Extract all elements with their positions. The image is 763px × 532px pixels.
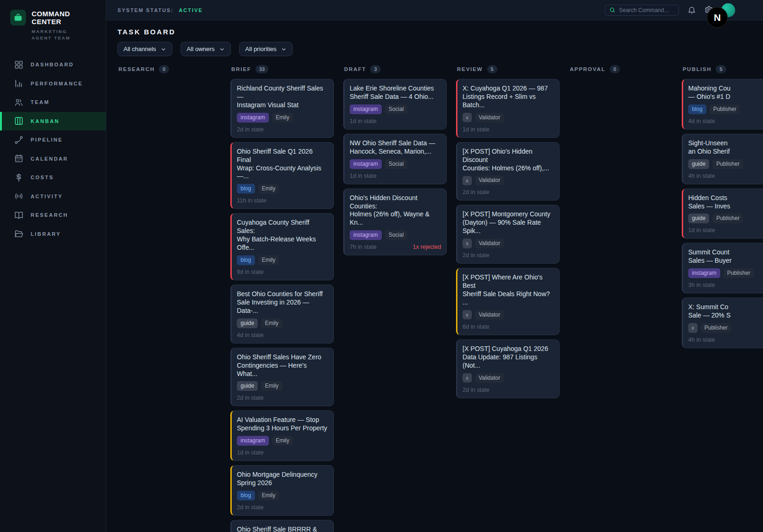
column-cards: Lake Erie Shoreline Counties Sheriff Sal… — [343, 79, 447, 255]
card-title: [X POST] Montgomery County (Dayton) — 90… — [463, 210, 554, 235]
kanban-card[interactable]: Sight-Unseen an Ohio Sherif guide Publis… — [682, 134, 763, 184]
sidebar-item-team[interactable]: TEAM — [0, 93, 106, 112]
column-cards: X: Cuyahoga Q1 2026 — 987 Listings Recor… — [456, 79, 560, 398]
channel-badge: blog — [688, 104, 706, 114]
kanban-column-approval: APPROVAL 0 — [569, 65, 672, 79]
owner-badge: Validator — [475, 373, 504, 383]
n-overlay-badge[interactable]: N — [707, 7, 728, 28]
filter-owners[interactable]: All owners — [181, 42, 231, 56]
search-box[interactable] — [605, 5, 679, 16]
card-title: NW Ohio Sheriff Sale Data — Hancock, Sen… — [350, 139, 441, 156]
time-in-state: 4h in state — [688, 173, 715, 179]
kanban-card[interactable]: [X POST] Cuyahoga Q1 2026 Data Update: 9… — [456, 339, 560, 398]
sidebar-item-dashboard[interactable]: DASHBOARD — [0, 55, 106, 74]
folder-icon — [14, 229, 24, 239]
kanban-card[interactable]: X: Cuyahoga Q1 2026 — 987 Listings Recor… — [456, 79, 560, 138]
card-title: Mahoning Cou — Ohio's #1 D — [688, 84, 763, 101]
sidebar-item-costs[interactable]: COSTS — [0, 168, 106, 187]
sidebar-item-library[interactable]: LIBRARY — [0, 225, 106, 244]
sidebar-item-pipeline[interactable]: PIPELINE — [0, 130, 106, 149]
owner-badge: Validator — [475, 175, 504, 185]
owner-badge: Publisher — [710, 104, 740, 114]
kanban-column-research: RESEARCH 0 — [117, 65, 221, 79]
filter-priorities[interactable]: All priorities — [239, 42, 293, 56]
kanban-card[interactable]: [X POST] Montgomery County (Dayton) — 90… — [456, 205, 560, 264]
channel-badge: instagram — [237, 436, 269, 446]
sidebar-item-activity[interactable]: ACTIVITY — [0, 187, 106, 206]
owner-badge: Emily — [258, 255, 279, 265]
kanban-card[interactable]: Cuyahoga County Sheriff Sales: Why Batch… — [230, 213, 334, 280]
sidebar-item-label: DASHBOARD — [31, 62, 74, 67]
sidebar-item-label: RESEARCH — [31, 212, 68, 218]
owner-badge: Validator — [475, 310, 504, 320]
channel-badge: x — [688, 323, 698, 332]
card-title: [X POST] Ohio's Hidden Discount Counties… — [463, 148, 554, 173]
kanban-card[interactable]: Ohio Sheriff Sale BRRRR & Multi- Family … — [230, 520, 334, 532]
filter-channels[interactable]: All channels — [117, 42, 172, 56]
card-title: X: Cuyahoga Q1 2026 — 987 Listings Recor… — [463, 84, 554, 110]
column-count-badge: 0 — [159, 65, 169, 73]
filter-selected-value: All priorities — [245, 45, 276, 52]
channel-badge: instagram — [688, 268, 720, 278]
card-title: Cuyahoga County Sheriff Sales: Why Batch… — [237, 219, 328, 252]
kanban-card[interactable]: X: Summit Co Sale — 20% S x Publisher 4h… — [682, 298, 763, 348]
column-count-badge: 0 — [610, 65, 620, 73]
n-overlay-letter: N — [714, 12, 721, 23]
search-input[interactable] — [619, 7, 674, 13]
kanban-card[interactable]: NW Ohio Sheriff Sale Data — Hancock, Sen… — [343, 134, 447, 184]
column-title: DRAFT — [344, 66, 366, 72]
owner-badge: Emily — [258, 491, 279, 500]
owner-badge: Emily — [261, 318, 282, 328]
time-in-state: 9d in state — [237, 269, 264, 275]
sidebar-item-label: PIPELINE — [31, 137, 63, 143]
card-title: Summit Count Sales — Buyer — [688, 248, 763, 265]
column-count-badge: 3 — [370, 65, 380, 73]
channel-badge: x — [463, 176, 472, 185]
sidebar-item-label: ACTIVITY — [31, 194, 63, 199]
owner-badge: Publisher — [701, 323, 731, 333]
sidebar-item-kanban[interactable]: KANBAN — [0, 112, 106, 131]
kanban-card[interactable]: Best Ohio Counties for Sheriff Sale Inve… — [230, 285, 334, 344]
kanban-card[interactable]: [X POST] Where Are Ohio's Best Sheriff S… — [456, 268, 560, 335]
card-title: Ohio Sheriff Sale BRRRR & Multi- Family … — [237, 526, 328, 532]
sidebar: COMMAND CENTER MARKETING AGENT TEAM DASH… — [0, 0, 106, 532]
card-title: Ohio Sheriff Sale Q1 2026 Final Wrap: Cr… — [237, 148, 328, 181]
chevron-down-icon — [219, 46, 225, 52]
system-status-value: ACTIVE — [179, 7, 203, 13]
kanban-column-brief: BRIEF 33 Richland County Sheriff Sales —… — [230, 65, 334, 532]
kanban-column-publish: PUBLISH 5 Mahoning Cou — Ohio's #1 D blo… — [682, 65, 763, 348]
kanban-card[interactable]: Ohio's Hidden Discount Counties: Holmes … — [343, 188, 447, 256]
kanban-card[interactable]: Summit Count Sales — Buyer instagram Pub… — [682, 243, 763, 293]
kanban-card[interactable]: Lake Erie Shoreline Counties Sheriff Sal… — [343, 79, 447, 130]
owner-badge: Emily — [261, 381, 282, 391]
time-in-state: 3h in state — [688, 282, 715, 288]
channel-badge: x — [463, 373, 472, 383]
kanban-card[interactable]: Hidden Costs Sales — Inves guide Publish… — [682, 188, 763, 239]
channel-badge: blog — [237, 255, 255, 265]
rejected-label: 1x rejected — [413, 244, 441, 250]
sidebar-item-research[interactable]: RESEARCH — [0, 206, 106, 225]
channel-badge: guide — [237, 318, 258, 328]
kanban-card[interactable]: Ohio Mortgage Delinquency Spring 2026 bl… — [230, 465, 334, 516]
notifications-button[interactable] — [687, 6, 696, 15]
bar-chart-icon — [14, 78, 24, 88]
time-in-state: 2d in state — [463, 189, 489, 195]
filter-selected-value: All channels — [124, 45, 156, 52]
column-count-badge: 5 — [716, 65, 726, 73]
sidebar-item-performance[interactable]: PERFORMANCE — [0, 74, 106, 93]
kanban-card[interactable]: [X POST] Ohio's Hidden Discount Counties… — [456, 142, 560, 201]
channel-badge: instagram — [237, 113, 269, 123]
column-count-badge: 5 — [487, 65, 497, 73]
sidebar-item-calendar[interactable]: CALENDAR — [0, 149, 106, 169]
time-in-state: 4d in state — [237, 332, 264, 338]
owner-badge: Social — [385, 230, 408, 240]
kanban-card[interactable]: Ohio Sheriff Sale Q1 2026 Final Wrap: Cr… — [230, 142, 334, 209]
app-logo: COMMAND CENTER MARKETING AGENT TEAM — [0, 0, 106, 41]
kanban-card[interactable]: Mahoning Cou — Ohio's #1 D blog Publishe… — [682, 79, 763, 130]
time-in-state: 1d in state — [463, 126, 489, 133]
kanban-card[interactable]: Ohio Sheriff Sales Have Zero Contingenci… — [230, 348, 334, 407]
filter-bar: All channels All owners All priorities — [117, 42, 763, 56]
kanban-card[interactable]: Richland County Sheriff Sales — Instagra… — [230, 79, 334, 138]
kanban-card[interactable]: AI Valuation Feature — Stop Spending 3 H… — [230, 410, 334, 461]
time-in-state: 4h in state — [688, 337, 715, 343]
